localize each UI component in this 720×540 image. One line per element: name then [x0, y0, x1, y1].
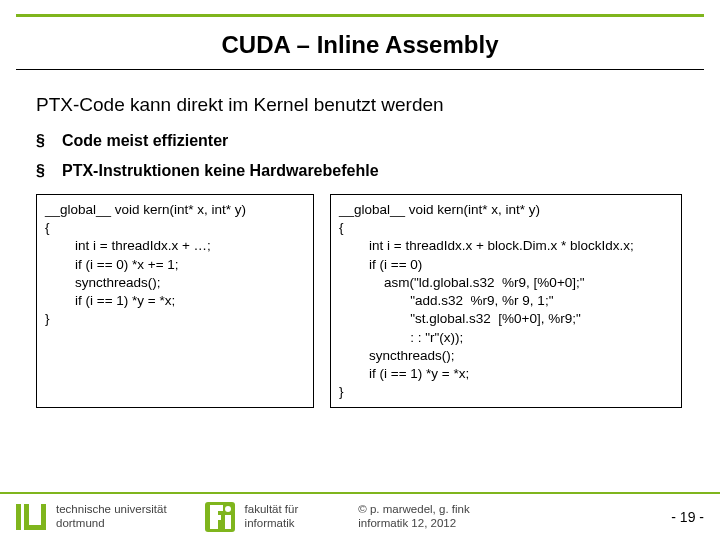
bullet-text: Code meist effizienter: [62, 132, 228, 150]
code-box-right: __global__ void kern(int* x, int* y) { i…: [330, 194, 682, 408]
bullet-marker: §: [36, 162, 62, 180]
bullet-item: § Code meist effizienter: [36, 132, 684, 150]
faculty-label: fakultät für informatik: [245, 503, 299, 531]
cred-line1: © p. marwedel, g. fink: [358, 503, 671, 517]
uni-line2: dortmund: [56, 517, 167, 531]
cred-line2: informatik 12, 2012: [358, 517, 671, 531]
university-label: technische universität dortmund: [56, 503, 167, 531]
slide-title: CUDA – Inline Assembly: [0, 17, 720, 69]
bullet-marker: §: [36, 132, 62, 150]
bullet-text: PTX-Instruktionen keine Hardwarebefehle: [62, 162, 379, 180]
uni-line1: technische universität: [56, 503, 167, 517]
fak-line1: fakultät für: [245, 503, 299, 517]
code-boxes: __global__ void kern(int* x, int* y) { i…: [36, 194, 684, 408]
tu-logo-icon: [16, 504, 46, 530]
fi-logo-icon: [205, 502, 235, 532]
bullet-item: § PTX-Instruktionen keine Hardwarebefehl…: [36, 162, 684, 180]
content-area: PTX-Code kann direkt im Kernel benutzt w…: [0, 70, 720, 408]
lead-text: PTX-Code kann direkt im Kernel benutzt w…: [36, 94, 684, 116]
code-box-left: __global__ void kern(int* x, int* y) { i…: [36, 194, 314, 408]
credits-label: © p. marwedel, g. fink informatik 12, 20…: [358, 503, 671, 531]
footer: technische universität dortmund fakultät…: [0, 492, 720, 540]
page-number: - 19 -: [671, 509, 704, 525]
fak-line2: informatik: [245, 517, 299, 531]
